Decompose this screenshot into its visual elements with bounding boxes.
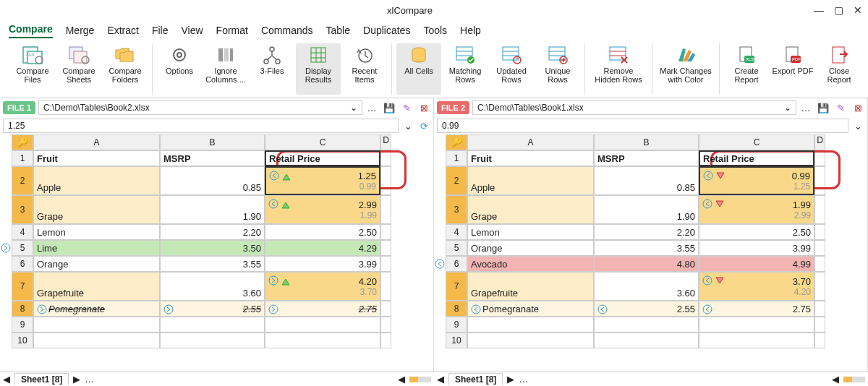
cell[interactable]: Retail Price xyxy=(265,150,380,166)
arrow-right-icon[interactable] xyxy=(0,240,12,256)
cell[interactable]: Apple xyxy=(33,166,160,195)
all-cells-button[interactable]: All Cells xyxy=(396,43,441,95)
cell[interactable]: 0.85 xyxy=(160,166,265,195)
expand-icon[interactable]: ⌄ xyxy=(851,119,864,132)
options-button[interactable]: Options xyxy=(157,43,202,95)
menu-table[interactable]: Table xyxy=(326,25,350,36)
sheet-nav-left[interactable]: ◀ xyxy=(3,374,10,385)
scrollbar[interactable] xyxy=(409,377,431,382)
close-report-button[interactable]: Close Report xyxy=(817,43,861,95)
scroll-left-icon[interactable]: ◀ xyxy=(832,374,839,385)
svg-point-64 xyxy=(703,305,712,314)
display-results-button[interactable]: Display Results xyxy=(296,43,341,95)
arrow-right-icon[interactable] xyxy=(268,275,278,286)
menu-commands[interactable]: Commands xyxy=(261,25,313,36)
more-icon[interactable]: … xyxy=(799,101,812,114)
folders-icon xyxy=(114,45,137,65)
col-header-A[interactable]: A xyxy=(33,134,160,150)
arrow-left-icon[interactable] xyxy=(702,304,712,314)
delete-icon[interactable]: ⊠ xyxy=(851,101,864,114)
file1-path-input[interactable]: C:\Demo\Tables\Book2.xlsx⌄ xyxy=(38,100,362,115)
sync-icon[interactable]: ⟳ xyxy=(417,119,430,132)
formula-input-right[interactable]: 0.99 xyxy=(437,119,848,133)
sheet-tab[interactable]: Sheet1 [8] xyxy=(448,373,503,385)
cell[interactable]: Fruit xyxy=(33,150,160,166)
edit-icon[interactable]: ✎ xyxy=(834,101,847,114)
arrow-right-icon[interactable] xyxy=(268,304,278,314)
formula-input-left[interactable]: 1.25 xyxy=(3,119,399,133)
more-icon[interactable]: … xyxy=(519,374,528,385)
col-header-B[interactable]: B xyxy=(160,134,265,150)
menu-tools[interactable]: Tools xyxy=(423,25,447,36)
cell[interactable] xyxy=(380,150,391,166)
cell[interactable]: MSRP xyxy=(160,150,265,166)
triangle-up-icon xyxy=(282,173,291,181)
recent-items-button[interactable]: Recent Items xyxy=(342,43,387,95)
unique-rows-button[interactable]: Unique Rows xyxy=(535,43,580,95)
minimize-icon[interactable]: — xyxy=(814,4,824,16)
export-pdf-button[interactable]: PDFExport PDF xyxy=(770,43,815,95)
matching-rows-button[interactable]: Matching Rows xyxy=(443,43,488,95)
menu-view[interactable]: View xyxy=(182,25,203,36)
mark-changes-button[interactable]: Mark Changes with Color xyxy=(657,43,715,95)
maximize-icon[interactable]: ▢ xyxy=(834,4,843,16)
menu-file[interactable]: File xyxy=(152,25,169,36)
triangle-down-icon xyxy=(715,200,724,207)
cell[interactable]: Grape xyxy=(33,195,160,224)
updated-rows-button[interactable]: Updated Rows xyxy=(489,43,534,95)
compare-folders-button[interactable]: Compare Folders xyxy=(103,43,148,95)
cell[interactable]: 1.25 0.99 xyxy=(265,166,380,195)
close-report-icon xyxy=(827,45,851,65)
sheet-tab[interactable]: Sheet1 [8] xyxy=(14,373,69,385)
arrow-right-icon[interactable] xyxy=(163,304,174,314)
menu-format[interactable]: Format xyxy=(216,25,248,36)
arrow-left-icon[interactable] xyxy=(597,304,608,314)
arrow-left-icon[interactable] xyxy=(471,304,481,314)
sheet-nav-left[interactable]: ◀ xyxy=(437,374,444,385)
file2-path-input[interactable]: C:\Demo\Tables\Book1.xlsx⌄ xyxy=(472,100,796,115)
create-report-button[interactable]: XLSCreate Report xyxy=(724,43,769,95)
save-icon[interactable]: 💾 xyxy=(817,101,830,114)
menu-duplicates[interactable]: Duplicates xyxy=(363,25,410,36)
three-files-button[interactable]: 3-Files xyxy=(250,43,294,95)
close-icon[interactable]: ✕ xyxy=(854,4,862,16)
delete-icon[interactable]: ⊠ xyxy=(417,101,430,114)
ignore-columns-button[interactable]: Ignore Columns ... xyxy=(203,43,248,95)
col-header-D[interactable]: D xyxy=(380,134,391,150)
row-num[interactable]: 2 xyxy=(12,166,33,195)
arrow-left-icon[interactable] xyxy=(702,275,712,286)
scrollbar[interactable] xyxy=(843,377,865,382)
menu-help[interactable]: Help xyxy=(460,25,481,36)
arrow-right-icon[interactable] xyxy=(37,304,47,314)
col-header-C[interactable]: C xyxy=(265,134,380,150)
app-title: xlCompare xyxy=(6,5,814,16)
scroll-left-icon[interactable]: ◀ xyxy=(398,374,405,385)
compare-files-button[interactable]: XLSCompare Files xyxy=(10,43,55,95)
menu-compare[interactable]: Compare xyxy=(9,23,53,38)
more-icon[interactable]: … xyxy=(365,101,378,114)
cell[interactable]: 1.90 xyxy=(160,195,265,224)
arrow-left-icon[interactable] xyxy=(269,171,279,181)
remove-hidden-button[interactable]: Remove Hidden Rows xyxy=(590,43,647,95)
arrow-left-icon[interactable] xyxy=(268,199,278,209)
arrow-left-icon[interactable] xyxy=(702,199,712,209)
arrow-left-icon[interactable] xyxy=(434,256,446,272)
key-column-icon[interactable]: 🔑 xyxy=(446,134,467,150)
edit-icon[interactable]: ✎ xyxy=(400,101,413,114)
menu-extract[interactable]: Extract xyxy=(107,25,139,36)
arrow-left-icon[interactable] xyxy=(703,171,713,181)
compare-sheets-button[interactable]: Compare Sheets xyxy=(56,43,101,95)
sheet-nav-right[interactable]: ▶ xyxy=(73,374,80,385)
more-icon[interactable]: … xyxy=(85,374,94,385)
expand-icon[interactable]: ⌄ xyxy=(401,119,414,132)
key-column-icon[interactable]: 🔑 xyxy=(12,134,33,150)
menu-merge[interactable]: Merge xyxy=(66,25,95,36)
save-icon[interactable]: 💾 xyxy=(383,101,396,114)
row-num[interactable]: 3 xyxy=(12,195,33,224)
cell[interactable]: 2.99 1.99 xyxy=(265,195,380,224)
sheet-nav-right[interactable]: ▶ xyxy=(507,374,514,385)
svg-point-8 xyxy=(177,53,182,57)
chevron-down-icon[interactable]: ⌄ xyxy=(350,103,357,113)
row-num[interactable]: 1 xyxy=(12,150,33,166)
chevron-down-icon[interactable]: ⌄ xyxy=(784,103,791,113)
